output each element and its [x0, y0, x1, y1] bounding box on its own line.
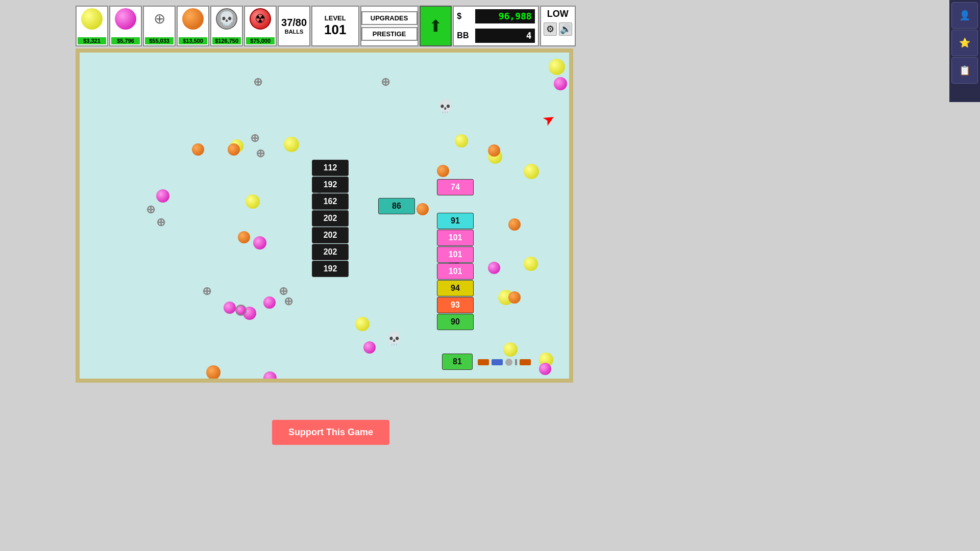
dollar-label: $	[457, 12, 472, 21]
toolbar: $3,321 $5,796 ⊕ $55,033 $13,500 💀 $126,7…	[76, 4, 576, 47]
level-number: 101	[324, 22, 346, 38]
account-button[interactable]: 👤	[951, 2, 978, 29]
ball-object-orange	[238, 231, 250, 243]
ball-slot-pink[interactable]: $5,796	[109, 6, 142, 46]
game-area[interactable]: ➤ ⊕ ⊕ ⊕ ⊕ ⊕ ⊕ ⊕ ⊕ ⊕ ⊕ ⊕ 💀 💀	[76, 48, 573, 383]
ind-blue	[492, 359, 503, 365]
list-button[interactable]: 📋	[951, 57, 978, 84]
block-101-3: 101	[437, 263, 474, 280]
block-90: 90	[437, 314, 474, 330]
ball-top-right	[549, 59, 565, 75]
ball-object-yellow	[524, 164, 539, 179]
ball-object-pink	[363, 341, 376, 354]
bb-label: BB	[457, 31, 472, 40]
plus-sign: ⊕	[202, 285, 211, 298]
ball-object-orange	[508, 291, 521, 304]
ball-object-pink	[263, 296, 276, 309]
ball-yellow	[81, 8, 103, 30]
block-93: 93	[437, 297, 474, 313]
arrows-button[interactable]: ⬆	[420, 6, 452, 46]
block-91: 91	[437, 213, 474, 229]
ball-object-orange	[228, 143, 240, 156]
plus-sign: ⊕	[253, 76, 262, 89]
ball-object-yellow	[455, 134, 468, 147]
ball-object-yellow	[503, 342, 518, 357]
ball-object-orange	[488, 144, 500, 157]
ball-object-yellow	[524, 257, 538, 271]
block-86: 86	[378, 198, 415, 214]
quality-label: LOW	[547, 9, 569, 19]
block-94: 94	[437, 280, 474, 296]
ind-orange-1	[478, 359, 489, 365]
skull-icon: 💀	[386, 331, 402, 346]
ball-slot-add[interactable]: ⊕ $55,033	[143, 6, 176, 46]
ball-object-pink	[488, 262, 500, 274]
ball-slot-skull[interactable]: 💀 $126,750	[210, 6, 243, 46]
ind-gray-dot	[505, 359, 512, 366]
settings-button[interactable]: ⚙	[544, 22, 557, 36]
star-button[interactable]: ⭐	[951, 30, 978, 56]
ball-slot-yellow[interactable]: $3,321	[76, 6, 108, 46]
ball-add-price: $55,033	[145, 37, 174, 44]
block-101-2: 101	[437, 246, 474, 263]
ball-object-yellow	[289, 382, 304, 383]
add-icon: ⊕	[149, 8, 170, 30]
dollar-row: $ 96,988	[454, 7, 537, 26]
ball-object-orange	[508, 218, 521, 231]
plus-sign: ⊕	[381, 76, 390, 89]
ball-orange-price: $13,500	[179, 37, 207, 44]
launcher-indicator	[478, 359, 531, 366]
support-button[interactable]: Support This Game	[272, 420, 389, 445]
right-sidebar: 👤 ⭐ 📋	[949, 0, 980, 102]
bb-value: 4	[526, 30, 532, 41]
money-value: 96,988	[499, 11, 532, 21]
ball-object-orange	[192, 143, 204, 156]
arrows-icon: ⬆	[429, 16, 443, 36]
ball-yellow-price: $3,321	[78, 37, 106, 44]
ball-object-pink	[253, 236, 266, 249]
ball-red-skull-price: $75,000	[246, 37, 275, 44]
ball-object-orange-big	[206, 365, 220, 380]
balls-count-box: 37/80 BALLS	[278, 6, 310, 46]
plus-sign: ⊕	[256, 147, 265, 160]
block-162: 162	[312, 193, 349, 210]
block-192-2: 192	[312, 261, 349, 277]
plus-sign: ⊕	[128, 379, 137, 383]
plus-sign: ⊕	[284, 295, 293, 308]
ball-object-yellow	[355, 317, 370, 331]
red-skull-ball: ☢	[250, 8, 271, 30]
bb-display: 4	[475, 29, 534, 43]
block-112: 112	[312, 160, 349, 176]
plus-sign: ⊕	[146, 203, 155, 216]
prestige-button[interactable]: PRESTIGE	[361, 27, 418, 41]
ball-skull-price: $126,750	[212, 37, 241, 44]
ball-slot-orange[interactable]: $13,500	[177, 6, 209, 46]
block-192-1: 192	[312, 177, 349, 193]
ball-pink	[115, 8, 136, 30]
level-box: LEVEL 101	[311, 6, 359, 46]
sound-button[interactable]: 🔊	[559, 22, 572, 36]
ball-object-orange	[437, 165, 449, 177]
cursor-arrow: ➤	[540, 109, 558, 130]
plus-sign: ⊕	[156, 216, 165, 229]
block-202-3: 202	[312, 244, 349, 260]
ind-divider	[515, 359, 517, 365]
block-101-1: 101	[437, 230, 474, 246]
money-box: $ 96,988 BB 4	[453, 6, 538, 46]
upgrades-button[interactable]: UPGRADES	[361, 11, 418, 25]
ball-pink-price: $5,796	[111, 37, 140, 44]
level-label: LEVEL	[325, 14, 346, 22]
ball-slot-red-skull[interactable]: ☢ $75,000	[244, 6, 277, 46]
ball-object-pink	[539, 363, 551, 375]
ind-orange-2	[520, 359, 531, 365]
block-launcher-81: 81	[442, 354, 473, 370]
ball-object-pink	[224, 302, 236, 314]
plus-sign: ⊕	[250, 132, 259, 145]
ball-orange	[182, 8, 204, 30]
block-202-1: 202	[312, 210, 349, 227]
skull-ball: 💀	[216, 8, 237, 30]
ball-object-pink-half	[235, 305, 247, 316]
money-display: 96,988	[475, 9, 534, 23]
balls-label: BALLS	[285, 29, 304, 35]
game-wrapper: $3,321 $5,796 ⊕ $55,033 $13,500 💀 $126,7…	[76, 0, 586, 398]
